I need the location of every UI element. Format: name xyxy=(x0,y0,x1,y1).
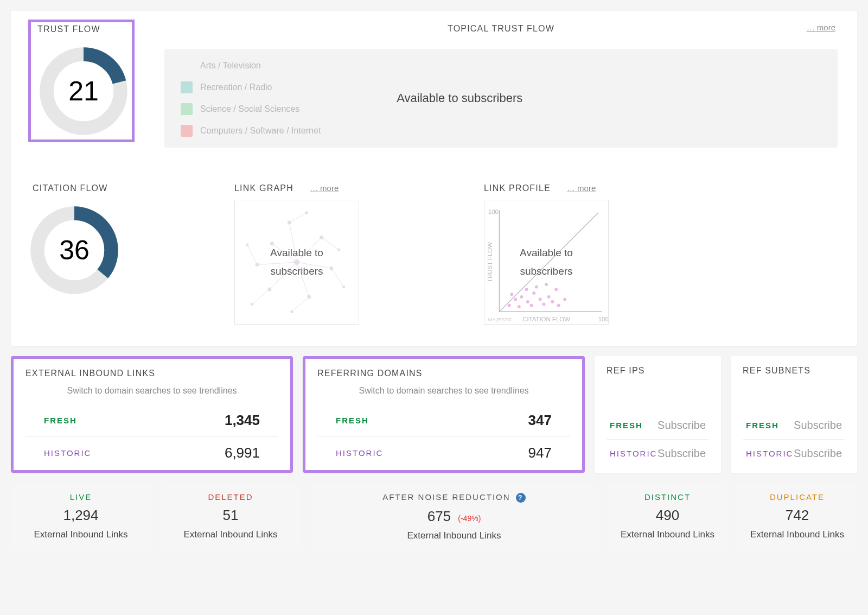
svg-point-29 xyxy=(305,212,308,214)
swatch-icon xyxy=(181,103,193,115)
svg-point-23 xyxy=(291,310,293,313)
fresh-label: FRESH xyxy=(44,416,77,425)
deleted-tile: DELETED 51 External Inbound Links xyxy=(161,483,301,551)
topical-legend: Arts / Television Recreation / Radio Sci… xyxy=(181,60,321,137)
historic-label: HISTORIC xyxy=(610,449,657,458)
link-graph-more-link[interactable]: … more xyxy=(310,183,339,193)
topical-subscribe-overlay: Available to subscribers xyxy=(364,91,821,105)
historic-label: HISTORIC xyxy=(336,448,383,458)
svg-point-38 xyxy=(526,300,529,303)
topic-label: Computers / Software / Internet xyxy=(200,126,321,136)
noise-reduction-tile: AFTER NOISE REDUCTION ? 675 (-49%) Exter… xyxy=(310,483,598,551)
stat-tiles-row: LIVE 1,294 External Inbound Links DELETE… xyxy=(11,483,857,551)
external-inbound-historic-value: 6,991 xyxy=(225,445,260,461)
ref-subnets-fresh-subscribe[interactable]: Subscribe xyxy=(794,419,842,432)
svg-point-9 xyxy=(330,267,333,270)
ref-subnets-card: REF SUBNETS FRESH Subscribe HISTORIC Sub… xyxy=(731,356,857,473)
svg-point-27 xyxy=(246,244,249,246)
topic-item: Recreation / Radio xyxy=(181,81,321,93)
svg-line-20 xyxy=(322,237,339,250)
distinct-label: DISTINCT xyxy=(612,492,723,502)
referring-domains-fresh-value: 347 xyxy=(528,412,552,429)
referring-domains-card: REFERRING DOMAINS Switch to domain searc… xyxy=(303,356,585,473)
svg-point-39 xyxy=(532,291,535,295)
fresh-label: FRESH xyxy=(746,421,779,430)
historic-label: HISTORIC xyxy=(44,448,91,458)
topic-item: Arts / Television xyxy=(181,60,321,72)
link-profile-thumb[interactable]: CITATION FLOW TRUST FLOW 100 100 MAJESTI… xyxy=(484,200,609,325)
distinct-value: 490 xyxy=(612,507,723,524)
svg-point-48 xyxy=(554,288,558,291)
svg-point-49 xyxy=(525,288,528,291)
fresh-label: FRESH xyxy=(336,416,369,425)
duplicate-tile: DUPLICATE 742 External Inbound Links xyxy=(737,483,857,551)
ref-ips-fresh-subscribe[interactable]: Subscribe xyxy=(658,419,706,432)
svg-point-42 xyxy=(542,303,545,306)
link-profile-more-link[interactable]: … more xyxy=(567,183,596,193)
svg-line-24 xyxy=(292,297,309,312)
historic-label: HISTORIC xyxy=(746,449,793,458)
svg-line-22 xyxy=(331,268,344,287)
link-profile-title: LINK PROFILE xyxy=(484,183,551,193)
ref-ips-card: REF IPS FRESH Subscribe HISTORIC Subscri… xyxy=(595,356,721,473)
link-graph-thumb[interactable]: Available to subscribers xyxy=(234,200,359,325)
duplicate-label: DUPLICATE xyxy=(742,492,853,502)
svg-point-40 xyxy=(530,304,533,307)
link-graph-overlay-1: Available to xyxy=(270,247,323,258)
svg-point-44 xyxy=(551,300,554,303)
citation-flow-title: CITATION FLOW xyxy=(28,183,120,193)
topical-title: TOPICAL TRUST FLOW xyxy=(448,24,554,34)
trust-flow-donut: 21 xyxy=(37,45,130,137)
citation-flow-donut: 36 xyxy=(28,204,120,296)
topic-label: Arts / Television xyxy=(200,61,261,71)
deleted-value: 51 xyxy=(165,507,296,524)
noise-label: AFTER NOISE REDUCTION ? xyxy=(315,492,593,503)
link-graph-title: LINK GRAPH xyxy=(234,183,293,193)
external-inbound-fresh-value: 1,345 xyxy=(225,412,260,429)
deleted-sub: External Inbound Links xyxy=(165,529,296,540)
noise-label-text: AFTER NOISE REDUCTION xyxy=(382,492,510,502)
ref-ips-historic-subscribe[interactable]: Subscribe xyxy=(658,447,706,460)
svg-point-25 xyxy=(251,303,254,306)
svg-point-35 xyxy=(514,297,517,301)
noise-pct: (-49%) xyxy=(458,514,481,523)
svg-point-43 xyxy=(547,295,551,299)
referring-domains-title: REFERRING DOMAINS xyxy=(317,369,570,378)
live-value: 1,294 xyxy=(15,507,146,524)
help-icon[interactable]: ? xyxy=(516,493,526,503)
svg-point-34 xyxy=(508,304,511,307)
svg-line-26 xyxy=(252,289,270,304)
trust-flow-panel: TRUST FLOW 21 xyxy=(28,20,135,142)
link-graph-panel: LINK GRAPH … more xyxy=(234,183,359,325)
citation-flow-panel: CITATION FLOW 36 xyxy=(28,183,120,325)
lp-xmax: 100 xyxy=(598,316,608,322)
topical-more-link[interactable]: … more xyxy=(807,23,835,32)
external-inbound-hint: Switch to domain searches to see trendli… xyxy=(25,386,278,396)
duplicate-value: 742 xyxy=(742,507,853,524)
ref-subnets-historic-subscribe[interactable]: Subscribe xyxy=(794,447,842,460)
duplicate-sub: External Inbound Links xyxy=(742,529,853,540)
topic-item: Computers / Software / Internet xyxy=(181,125,321,137)
link-graph-overlay-2: subscribers xyxy=(270,265,323,277)
distinct-sub: External Inbound Links xyxy=(612,529,723,540)
topic-label: Science / Social Sciences xyxy=(200,104,299,114)
noise-value-wrap: 675 (-49%) xyxy=(315,508,593,525)
svg-point-7 xyxy=(320,236,323,239)
svg-point-13 xyxy=(268,288,271,291)
flow-card: TRUST FLOW 21 TOPICAL TRUST FLOW … more xyxy=(11,11,857,346)
distinct-tile: DISTINCT 490 External Inbound Links xyxy=(608,483,727,551)
svg-point-51 xyxy=(510,293,513,296)
svg-point-41 xyxy=(539,297,542,301)
svg-point-45 xyxy=(557,304,560,307)
external-inbound-links-card: EXTERNAL INBOUND LINKS Switch to domain … xyxy=(11,356,293,473)
ref-ips-title: REF IPS xyxy=(607,366,709,376)
swatch-icon xyxy=(181,81,193,93)
svg-point-15 xyxy=(256,263,259,266)
noise-sub: External Inbound Links xyxy=(315,530,593,541)
lp-ylabel: TRUST FLOW xyxy=(487,242,493,282)
topic-item: Science / Social Sciences xyxy=(181,103,321,115)
link-profile-panel: LINK PROFILE … more xyxy=(484,183,609,325)
noise-value: 675 xyxy=(427,508,451,524)
topical-trust-flow-panel: TOPICAL TRUST FLOW … more Arts / Televis… xyxy=(164,20,838,148)
link-profile-overlay-1: Available to xyxy=(520,247,573,258)
